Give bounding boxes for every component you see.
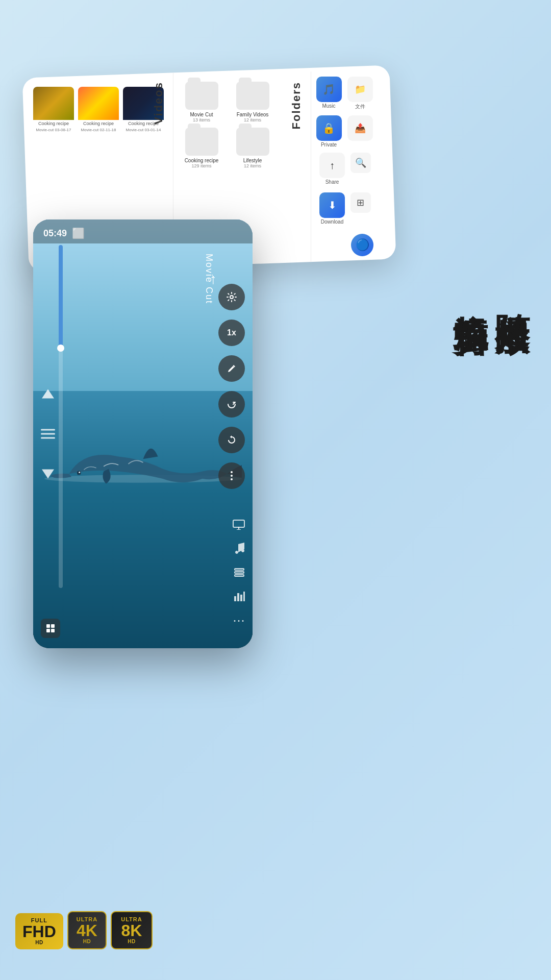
share-box-group[interactable]: 📤 bbox=[346, 115, 373, 148]
svg-point-6 bbox=[231, 478, 233, 480]
volume-up-icon[interactable] bbox=[42, 389, 54, 399]
chinese-col-2: 随处播放 bbox=[494, 286, 531, 572]
share-box-icon: 📤 bbox=[347, 115, 373, 141]
svg-rect-11 bbox=[234, 596, 236, 601]
folder-movie-cut[interactable]: Movie Cut 13 items bbox=[179, 82, 224, 122]
svg-rect-16 bbox=[51, 624, 55, 628]
music-note-icon[interactable] bbox=[235, 542, 245, 557]
settings-button[interactable] bbox=[218, 284, 245, 310]
player-bottom-icon[interactable] bbox=[41, 619, 60, 638]
seek-thumb bbox=[57, 345, 64, 352]
folder-family-videos[interactable]: Family Videos 12 items bbox=[230, 82, 276, 122]
svg-rect-18 bbox=[51, 629, 55, 632]
player-controls-right: 1x bbox=[218, 284, 245, 489]
video-background: 05:49 ⬜ ↑ Movie Cut bbox=[33, 219, 253, 648]
4k-main-label: 4K bbox=[77, 922, 97, 939]
dolphin-visual bbox=[44, 382, 242, 575]
music-icon-group[interactable]: 🎵 Music bbox=[315, 77, 342, 110]
svg-rect-10 bbox=[235, 575, 244, 576]
speed-button[interactable]: 1x bbox=[218, 320, 245, 346]
refresh-button[interactable] bbox=[218, 427, 245, 453]
folder-cooking-recipe[interactable]: Cooking recipe 129 items bbox=[179, 128, 224, 168]
cast-icon[interactable] bbox=[233, 519, 245, 533]
video-thumbnails: Cooking recipe Movie-cut 03-08-17 Cookin… bbox=[33, 82, 168, 138]
seek-progress bbox=[59, 245, 63, 348]
fhd-badge: FULL FHD HD bbox=[15, 913, 63, 949]
svg-point-5 bbox=[231, 475, 233, 477]
svg-rect-15 bbox=[46, 624, 50, 628]
player-header: 05:49 ⬜ bbox=[33, 219, 253, 243]
chapters-icon[interactable] bbox=[234, 567, 245, 581]
seek-bar[interactable] bbox=[59, 245, 63, 588]
svg-rect-17 bbox=[46, 629, 50, 632]
files-icon-group[interactable]: 📁 文件 bbox=[346, 77, 373, 110]
8k-sub-label: HD bbox=[128, 939, 135, 944]
svg-rect-13 bbox=[240, 595, 242, 601]
fhd-main-label: FHD bbox=[22, 923, 56, 940]
more-dots-icon[interactable]: ⋯ bbox=[233, 614, 245, 628]
music-icon: 🎵 bbox=[316, 77, 342, 102]
chinese-text-col1: 流畅剪辑 bbox=[453, 286, 489, 572]
thumb-item-2[interactable]: Cooking recipe Movie-cut 02-11-18 bbox=[78, 87, 119, 133]
private-icon-group[interactable]: 🔒 Private bbox=[315, 115, 342, 148]
player-time: 05:49 bbox=[43, 228, 67, 239]
4k-sub-label: HD bbox=[83, 939, 91, 944]
folder-icon-lifestyle bbox=[236, 128, 269, 156]
video-player-card: 05:49 ⬜ ↑ Movie Cut bbox=[33, 219, 253, 648]
blue-circle-button[interactable]: 🔵 bbox=[351, 234, 373, 256]
right-sidebar: 🎵 Music 📁 文件 🔒 Private 📤 ↑ bbox=[311, 71, 378, 265]
search-icon[interactable]: 🔍 bbox=[350, 153, 371, 173]
thumb-item-1[interactable]: Cooking recipe Movie-cut 03-08-17 bbox=[33, 87, 74, 133]
download-icon-group[interactable]: ⬇ Download bbox=[318, 192, 346, 225]
share-icon: ↑ bbox=[319, 153, 345, 178]
share-icon-group[interactable]: ↑ Share bbox=[318, 153, 346, 185]
files-icon: 📁 bbox=[347, 77, 373, 102]
svg-rect-9 bbox=[235, 572, 244, 573]
chinese-text-col2: 随处播放 bbox=[494, 286, 531, 572]
svg-rect-14 bbox=[243, 592, 245, 601]
8k-main-label: 8K bbox=[121, 922, 142, 939]
folders-label: Folders bbox=[290, 82, 303, 129]
folder-icon-movie-cut bbox=[185, 82, 218, 110]
chinese-promo-text: 流畅剪辑 随处播放 bbox=[388, 286, 531, 572]
svg-rect-12 bbox=[237, 593, 239, 601]
player-controls-left bbox=[41, 389, 55, 479]
equalizer-icon[interactable] bbox=[234, 590, 245, 604]
private-icon: 🔒 bbox=[316, 115, 342, 141]
screen-icon: ⬜ bbox=[72, 227, 85, 239]
quality-badges: FULL FHD HD ULTRA 4K HD ULTRA 8K HD bbox=[15, 911, 153, 949]
player-title-vertical: Movie Cut bbox=[204, 254, 214, 304]
svg-point-3 bbox=[230, 296, 233, 299]
pencil-button[interactable] bbox=[218, 355, 245, 382]
svg-rect-7 bbox=[233, 520, 244, 527]
svg-point-4 bbox=[231, 471, 233, 473]
rotate-button[interactable] bbox=[218, 391, 245, 418]
8k-badge: ULTRA 8K HD bbox=[111, 911, 152, 949]
grid-icon[interactable]: ⊞ bbox=[350, 192, 371, 213]
player-bottom-icons: ⋯ bbox=[233, 519, 245, 628]
folder-lifestyle[interactable]: Lifestyle 12 items bbox=[230, 128, 276, 168]
svg-point-2 bbox=[79, 472, 80, 473]
svg-rect-8 bbox=[235, 569, 244, 570]
more-button[interactable] bbox=[218, 462, 245, 489]
chinese-col-1: 流畅剪辑 bbox=[453, 286, 489, 572]
videos-label: Videos bbox=[152, 82, 165, 125]
download-icon: ⬇ bbox=[319, 192, 345, 218]
menu-icon[interactable] bbox=[41, 429, 55, 439]
fhd-sub-label: HD bbox=[35, 940, 43, 945]
folder-icon-cooking bbox=[185, 128, 218, 156]
volume-down-icon[interactable] bbox=[42, 470, 54, 479]
4k-badge: ULTRA 4K HD bbox=[67, 911, 107, 949]
folder-list: Movie Cut 13 items Family Videos 12 item… bbox=[179, 79, 291, 168]
folder-icon-family bbox=[236, 82, 269, 110]
